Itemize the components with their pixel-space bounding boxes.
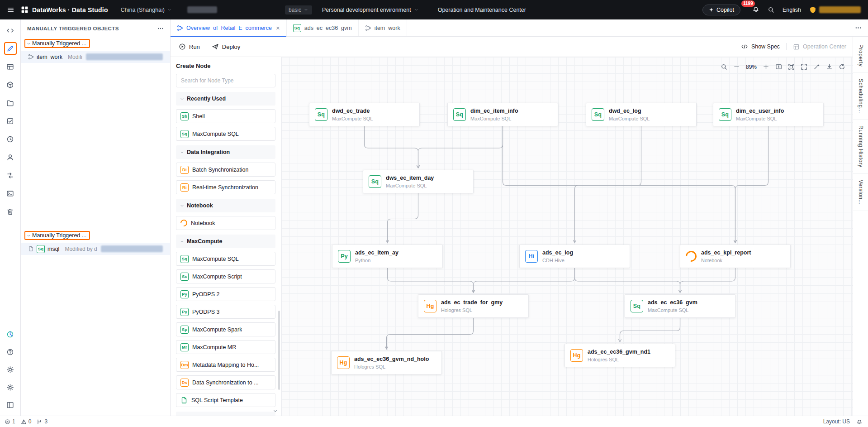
node-type-Real-time Synchronization[interactable]: RiReal-time Synchronization [176, 180, 275, 194]
rail-panels-button[interactable] [4, 398, 17, 411]
node-type-Notebook[interactable]: Notebook [176, 216, 275, 230]
tab-Overview_of_Retail_E_commerce[interactable]: Overview_of_Retail_E_commerce× [171, 19, 287, 36]
dag-node-ads_ec_log[interactable]: Hiads_ec_logCDH Hive [519, 245, 630, 268]
rail-tables-button[interactable] [4, 60, 17, 73]
zoom-in-icon[interactable] [763, 63, 769, 70]
main-menu-button[interactable] [0, 0, 21, 19]
dag-node-ads_ec_kpi_report[interactable]: ads_ec_kpi_reportNotebook [680, 245, 791, 268]
node-type-MaxCompute SQL[interactable]: SqMaxCompute SQL [176, 252, 275, 266]
rail-tenant-button[interactable] [4, 151, 17, 163]
right-tab-running-history[interactable]: Running History [853, 120, 868, 174]
fullscreen-icon[interactable] [801, 63, 807, 70]
notifications-button[interactable]: 1199 [752, 5, 759, 14]
rail-lineage-button[interactable] [4, 169, 17, 182]
rail-usage-button[interactable] [4, 328, 17, 341]
rail-catalog-button[interactable] [4, 96, 17, 109]
group-label-highlight[interactable]: Manually Triggered ... [24, 231, 90, 240]
section-MaxCompute[interactable]: MaxCompute [176, 235, 275, 248]
node-type-MaxCompute MR[interactable]: MrMaxCompute MR [176, 340, 275, 354]
announcement-icon[interactable] [856, 418, 863, 425]
canvas-search-icon[interactable] [721, 63, 727, 70]
node-type-MaxCompute SQL[interactable]: SqMaxCompute SQL [176, 127, 275, 141]
dag-node-ads_ec_item_ay[interactable]: Pyads_ec_item_ayPython [332, 245, 443, 268]
layout-label[interactable]: Layout: US [823, 418, 850, 425]
node-type-Metadata Mapping to Ho...[interactable]: DmMetadata Mapping to Ho... [176, 358, 275, 372]
node-title: dwd_ec_trade [332, 108, 373, 114]
dag-node-ads_ec_ec36_gvm[interactable]: Sqads_ec_ec36_gvmMaxCompute SQL [625, 294, 735, 318]
rail-console-button[interactable] [4, 187, 17, 200]
right-tab-property[interactable]: Property [853, 38, 868, 73]
refresh-icon[interactable] [839, 63, 845, 70]
sidebar-more-icon[interactable] [157, 25, 164, 32]
section-Hologres[interactable]: Hologres [176, 412, 275, 416]
rail-settings-button[interactable] [4, 381, 17, 393]
region-selector[interactable]: China (Shanghai) [121, 7, 172, 13]
dag-node-dws_ec_item_day[interactable]: Sqdws_ec_item_dayMaxCompute SQL [363, 170, 474, 193]
zoom-out-icon[interactable] [733, 63, 740, 70]
dag-canvas[interactable]: Sqdwd_ec_tradeMaxCompute SQLSqdim_ec_ite… [281, 57, 853, 416]
tab-ads_ec_ec36_gvm[interactable]: Sqads_ec_ec36_gvm [287, 19, 359, 36]
copilot-button[interactable]: Copilot [702, 5, 740, 15]
section-Notebook[interactable]: Notebook [176, 199, 275, 212]
actual-size-icon[interactable] [775, 63, 782, 70]
rail-theme-button[interactable] [4, 363, 17, 376]
fit-view-icon[interactable] [788, 63, 795, 70]
rail-manual-workflow-button[interactable] [4, 42, 17, 55]
status-bar: 1 0 3 Layout: US [0, 416, 868, 427]
right-tab-scheduling[interactable]: Scheduling... [853, 73, 868, 120]
language-selector[interactable]: English [783, 7, 801, 13]
dag-node-dwd_ec_trade[interactable]: Sqdwd_ec_tradeMaxCompute SQL [309, 103, 420, 126]
tree-item-item_work[interactable]: item_workModifi [21, 51, 170, 63]
product-logo[interactable]: DataWorks · Data Studio [21, 6, 108, 14]
problems-errors[interactable]: 1 [5, 418, 15, 425]
close-tab-icon[interactable]: × [276, 24, 280, 31]
rail-approvals-button[interactable] [4, 115, 17, 127]
dataworks-app: DataWorks · Data Studio China (Shanghai)… [0, 0, 868, 427]
rail-help-button[interactable] [4, 345, 17, 358]
node-type-Batch Synchronization[interactable]: DiBatch Synchronization [176, 163, 275, 177]
node-type-MaxCompute Script[interactable]: ScMaxCompute Script [176, 269, 275, 283]
operation-center-button[interactable]: Operation Center [793, 43, 846, 50]
section-Data Integration[interactable]: Data Integration [176, 145, 275, 159]
node-type-MaxCompute Spark[interactable]: SpMaxCompute Spark [176, 322, 275, 336]
problems-flags[interactable]: 3 [37, 418, 47, 425]
tabstrip-more-icon[interactable] [849, 19, 868, 36]
auto-layout-icon[interactable] [813, 63, 820, 70]
rail-history-button[interactable] [4, 133, 17, 145]
dag-node-dim_ec_user_info[interactable]: Sqdim_ec_user_infoMaxCompute SQL [713, 103, 824, 126]
scroll-down-icon[interactable] [272, 408, 278, 414]
node-type-Data Synchronization to ...[interactable]: DsData Synchronization to ... [176, 375, 275, 389]
run-button[interactable]: Run [179, 43, 200, 50]
node-type-PyODPS 3[interactable]: PyPyODPS 3 [176, 305, 275, 319]
global-search-icon[interactable] [768, 6, 774, 13]
rail-data-studio-button[interactable] [4, 24, 17, 37]
section-label: Recently Used [187, 96, 226, 102]
workspace-selector[interactable]: Personal development environment [322, 7, 419, 13]
show-spec-button[interactable]: Show Spec [741, 43, 780, 50]
export-image-icon[interactable] [826, 63, 833, 70]
nav-operation-maintenance-center[interactable]: Operation and Maintenance Center [438, 7, 526, 13]
tab-item_work[interactable]: item_work [359, 19, 407, 36]
node-type-SQL Script Template[interactable]: SQL Script Template [176, 393, 275, 407]
panel-scrollbar[interactable] [278, 311, 280, 390]
history-icon [6, 135, 14, 143]
section-Recently Used[interactable]: Recently Used [176, 92, 275, 106]
dag-node-dim_ec_item_info[interactable]: Sqdim_ec_item_infoMaxCompute SQL [447, 103, 558, 126]
node-type-PyODPS 2[interactable]: PyPyODPS 2 [176, 287, 275, 301]
dag-node-ads_ec_ec36_gvm_nd1[interactable]: Hgads_ec_ec36_gvm_nd1Hologres SQL [564, 344, 675, 367]
node-subtitle: MaxCompute SQL [736, 116, 784, 121]
tree-item-msql[interactable]: SqmsqlModified by d [21, 243, 170, 255]
account-button[interactable] [809, 6, 861, 14]
dag-node-ads_ec_trade_for_gmy[interactable]: Hgads_ec_trade_for_gmyHologres SQL [418, 294, 529, 318]
mode-badge[interactable]: basic [285, 5, 312, 14]
dag-node-ads_ec_ec36_gvm_nd_holo[interactable]: Hgads_ec_ec36_gvm_nd_holoHologres SQL [331, 351, 442, 374]
node-type-Shell[interactable]: ShShell [176, 109, 275, 123]
right-tab-version[interactable]: Version... [853, 174, 868, 211]
node-type-search-input[interactable] [176, 74, 275, 87]
problems-warnings[interactable]: 0 [21, 418, 32, 425]
deploy-button[interactable]: Deploy [212, 43, 240, 50]
rail-resources-button[interactable] [4, 78, 17, 91]
group-label-highlight[interactable]: Manually Triggered ... [24, 39, 90, 48]
dag-node-dwd_ec_log[interactable]: Sqdwd_ec_logMaxCompute SQL [586, 103, 697, 126]
rail-recycle-bin-button[interactable] [4, 205, 17, 218]
